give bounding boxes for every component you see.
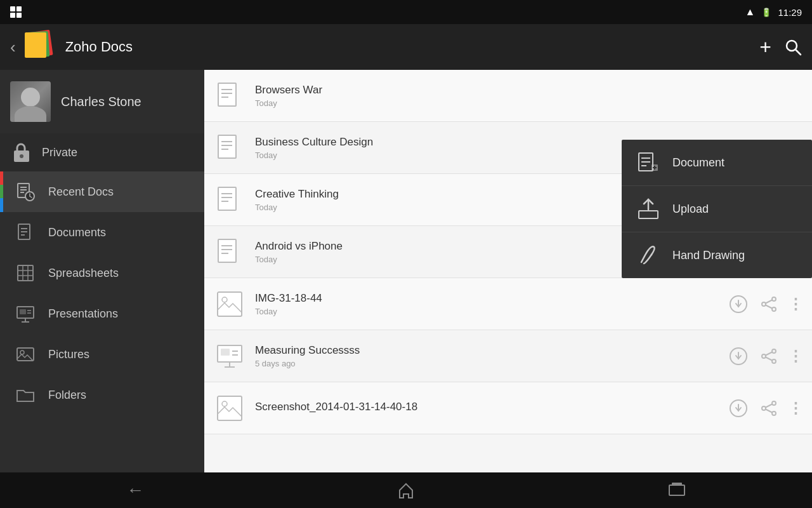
doc-info: IMG-31-18-44 Today <box>255 292 717 316</box>
grid-icon <box>10 6 22 18</box>
download-button[interactable] <box>727 293 750 316</box>
share-button[interactable] <box>757 293 780 316</box>
download-button[interactable] <box>727 397 750 420</box>
doc-item-browsers-war[interactable]: Browsers War Today <box>204 70 812 122</box>
share-button[interactable] <box>757 345 780 368</box>
private-section[interactable]: Private <box>0 133 204 171</box>
pictures-icon <box>15 344 36 364</box>
doc-actions: ⋮ <box>727 397 802 420</box>
dropdown-item-document[interactable]: Document <box>622 140 812 186</box>
image-type-icon <box>214 289 245 319</box>
svg-rect-21 <box>20 309 26 314</box>
more-button[interactable]: ⋮ <box>788 295 802 313</box>
sidebar-item-spreadsheets[interactable]: Spreadsheets <box>0 253 204 293</box>
svg-line-76 <box>766 352 772 355</box>
doc-item-img[interactable]: IMG-31-18-44 Today <box>204 278 812 330</box>
user-section: Charles Stone <box>0 70 204 133</box>
lock-icon <box>10 141 33 164</box>
home-nav-button[interactable] <box>382 476 430 504</box>
share-button[interactable] <box>757 397 780 420</box>
dropdown-hand-drawing-label: Hand Drawing <box>672 249 745 262</box>
spreadsheets-icon <box>15 263 36 283</box>
sidebar-item-folders[interactable]: Folders <box>0 375 204 415</box>
svg-point-60 <box>772 297 776 301</box>
wifi-icon: ▲ <box>745 6 756 18</box>
sidebar-item-documents[interactable]: Documents <box>0 212 204 253</box>
svg-point-74 <box>762 354 766 358</box>
svg-point-83 <box>762 406 766 410</box>
doc-type-icon <box>214 237 245 267</box>
pictures-label: Pictures <box>48 348 89 361</box>
doc-info: Measuring Successss 5 days ago <box>255 344 717 368</box>
content-area: Browsers War Today Business Culture Desi… <box>204 70 812 472</box>
svg-point-73 <box>772 349 776 353</box>
more-button[interactable]: ⋮ <box>788 347 802 365</box>
toolbar-actions: + <box>759 37 802 57</box>
recents-nav-button[interactable] <box>653 476 701 504</box>
app-title: Zoho Docs <box>65 39 751 55</box>
svg-line-63 <box>766 300 772 303</box>
svg-rect-68 <box>221 349 230 356</box>
navigation-bar: ← <box>0 472 812 508</box>
dropdown-item-hand-drawing[interactable]: Hand Drawing <box>622 232 812 278</box>
add-button[interactable]: + <box>759 37 771 57</box>
nav-items: Recent Docs Documents <box>0 171 204 415</box>
doc-type-icon <box>214 133 245 163</box>
svg-rect-78 <box>218 396 242 420</box>
svg-point-82 <box>772 401 776 405</box>
doc-date: Today <box>255 98 802 108</box>
spreadsheets-label: Spreadsheets <box>48 267 119 280</box>
sidebar-item-recent-docs[interactable]: Recent Docs <box>0 171 204 212</box>
recent-docs-icon <box>15 182 36 202</box>
download-button[interactable] <box>727 345 750 368</box>
doc-name: Screenshot_2014-01-31-14-40-18 <box>255 401 717 413</box>
private-label: Private <box>42 146 77 159</box>
doc-item-screenshot[interactable]: Screenshot_2014-01-31-14-40-18 <box>204 382 812 434</box>
dropdown-menu: Document Upload <box>622 140 812 278</box>
main-layout: Charles Stone Private <box>0 70 812 472</box>
svg-point-75 <box>772 359 776 363</box>
doc-actions: ⋮ <box>727 293 802 316</box>
upload-menu-icon <box>637 197 660 220</box>
svg-rect-13 <box>18 265 33 281</box>
doc-info: Browsers War Today <box>255 84 802 108</box>
doc-type-icon <box>214 81 245 111</box>
doc-date: 5 days ago <box>255 359 717 368</box>
status-bar: ▲ 🔋 11:29 <box>0 0 812 24</box>
status-bar-left <box>10 6 22 18</box>
folders-icon <box>15 385 36 405</box>
back-nav-button[interactable]: ← <box>111 475 159 505</box>
status-bar-right: ▲ 🔋 11:29 <box>745 6 802 18</box>
more-button[interactable]: ⋮ <box>788 399 802 417</box>
toolbar: ‹ Zoho Docs + <box>0 24 812 70</box>
battery-icon: 🔋 <box>761 8 771 17</box>
svg-line-64 <box>766 305 772 308</box>
svg-rect-97 <box>672 483 682 485</box>
sidebar: Charles Stone Private <box>0 70 204 472</box>
image-type-icon <box>214 393 245 424</box>
dropdown-document-label: Document <box>672 156 724 170</box>
svg-rect-96 <box>669 485 684 495</box>
presentation-type-icon <box>214 341 245 371</box>
svg-point-84 <box>772 411 776 415</box>
documents-icon <box>15 222 36 243</box>
presentations-icon <box>15 304 36 324</box>
search-button[interactable] <box>784 38 802 56</box>
dropdown-upload-label: Upload <box>672 203 709 216</box>
sidebar-item-pictures[interactable]: Pictures <box>0 334 204 375</box>
svg-rect-94 <box>639 211 658 218</box>
dropdown-item-upload[interactable]: Upload <box>622 186 812 232</box>
doc-date: Today <box>255 307 717 316</box>
svg-point-61 <box>762 302 766 306</box>
document-menu-icon <box>637 151 660 174</box>
svg-point-62 <box>772 307 776 311</box>
documents-label: Documents <box>48 226 106 239</box>
svg-line-77 <box>766 357 772 360</box>
folders-label: Folders <box>48 389 86 402</box>
back-button[interactable]: ‹ <box>10 37 16 57</box>
app-logo <box>25 31 56 63</box>
doc-item-measuring[interactable]: Measuring Successss 5 days ago <box>204 330 812 382</box>
svg-rect-34 <box>218 187 236 210</box>
sidebar-item-presentations[interactable]: Presentations <box>0 293 204 334</box>
doc-name: Measuring Successss <box>255 344 717 357</box>
